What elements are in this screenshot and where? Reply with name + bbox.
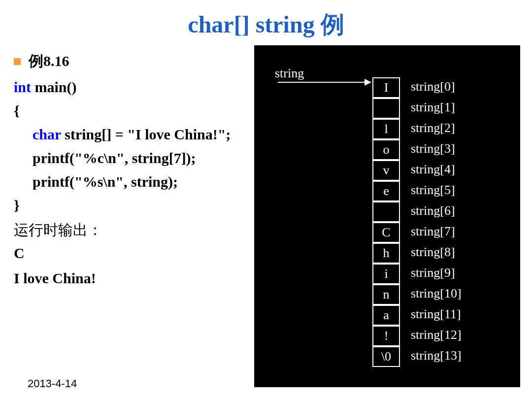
memory-cell: C <box>372 222 400 243</box>
memory-row: istring[9] <box>372 263 462 284</box>
memory-cell: l <box>372 119 400 139</box>
memory-cell: o <box>372 139 400 160</box>
memory-cell-label: string[1] <box>411 100 455 115</box>
memory-cell-label: string[0] <box>411 79 455 94</box>
memory-diagram: string Istring[0] string[1]lstring[2]ost… <box>254 45 520 387</box>
arrow-icon <box>278 82 370 83</box>
memory-cell-label: string[5] <box>411 183 455 198</box>
keyword-int: int <box>14 79 31 95</box>
memory-cell-label: string[6] <box>411 203 455 218</box>
memory-cell: ! <box>372 326 400 346</box>
memory-cell-label: string[8] <box>411 245 455 260</box>
memory-cell <box>372 98 400 119</box>
code-line-2: { <box>14 99 290 123</box>
bullet-icon <box>14 58 21 65</box>
memory-row: lstring[2] <box>372 118 462 139</box>
memory-cell-label: string[10] <box>411 286 462 301</box>
memory-cell: v <box>372 160 400 181</box>
output-line-2: I love China! <box>14 266 290 291</box>
code-line-3: char string[] = "I love China!"; <box>14 123 290 146</box>
memory-cell: \0 <box>372 346 400 367</box>
code-line-5: printf("%s\n", string); <box>14 170 290 194</box>
memory-cell-label: string[3] <box>411 141 455 156</box>
output-label: 运行时输出： <box>14 220 290 240</box>
code-line-4: printf("%c\n", string[7]); <box>14 146 290 170</box>
diagram-header: string <box>275 66 304 81</box>
memory-row: Istring[0] <box>372 77 462 98</box>
memory-row: hstring[8] <box>372 242 462 263</box>
memory-row: string[6] <box>372 201 462 222</box>
memory-row: estring[5] <box>372 180 462 201</box>
slide: char[] string 例 例8.16 int main() { char … <box>0 0 532 399</box>
memory-row: ostring[3] <box>372 139 462 160</box>
memory-row: Cstring[7] <box>372 222 462 242</box>
memory-cell: I <box>372 77 400 98</box>
memory-row: !string[12] <box>372 325 462 346</box>
memory-cells: Istring[0] string[1]lstring[2]ostring[3]… <box>372 77 462 366</box>
memory-cell: h <box>372 243 400 264</box>
output-line-1: C <box>14 240 290 266</box>
memory-cell-label: string[4] <box>411 162 455 177</box>
memory-cell-label: string[13] <box>411 348 462 363</box>
memory-cell: n <box>372 284 400 305</box>
code-text: string[] = "I love China!"; <box>61 126 231 142</box>
code-line-1: int main() <box>14 75 290 99</box>
memory-row: vstring[4] <box>372 160 462 180</box>
memory-row: \0string[13] <box>372 346 462 366</box>
memory-cell: e <box>372 181 400 201</box>
memory-cell <box>372 201 400 222</box>
slide-title: char[] string 例 <box>0 0 532 40</box>
memory-cell: a <box>372 305 400 326</box>
memory-cell-label: string[7] <box>411 224 455 239</box>
bullet-line: 例8.16 <box>14 51 290 71</box>
code-text: main() <box>31 79 77 95</box>
memory-cell-label: string[2] <box>411 121 455 135</box>
memory-cell-label: string[11] <box>411 307 461 322</box>
footer-date: 2013-4-14 <box>28 377 77 390</box>
memory-cell: i <box>372 264 400 284</box>
memory-row: astring[11] <box>372 304 462 325</box>
memory-row: nstring[10] <box>372 284 462 304</box>
memory-cell-label: string[12] <box>411 328 462 342</box>
memory-row: string[1] <box>372 98 462 118</box>
memory-cell-label: string[9] <box>411 266 455 280</box>
bullet-text: 例8.16 <box>29 51 69 71</box>
code-block: int main() { char string[] = "I love Chi… <box>14 75 290 217</box>
content-area: 例8.16 int main() { char string[] = "I lo… <box>14 51 290 291</box>
keyword-char: char <box>33 126 61 142</box>
code-line-6: } <box>14 194 290 217</box>
